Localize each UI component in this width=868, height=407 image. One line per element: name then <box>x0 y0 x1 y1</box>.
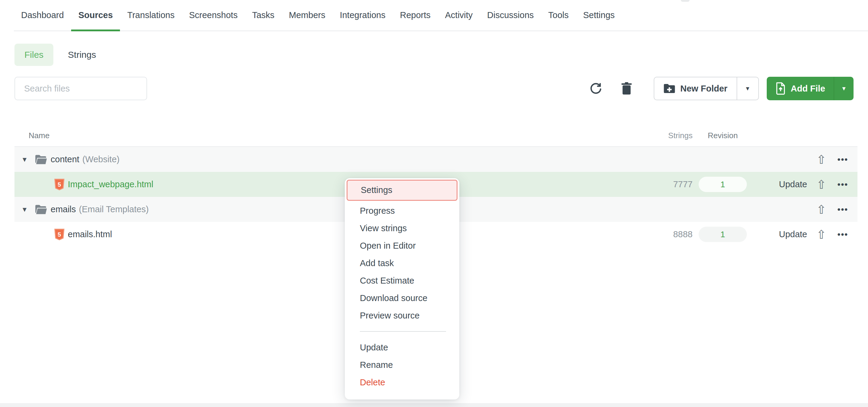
collapse-caret-icon[interactable]: ▾ <box>23 205 35 214</box>
refresh-icon <box>589 82 602 95</box>
svg-text:5: 5 <box>58 181 61 188</box>
menu-item-update[interactable]: Update <box>345 339 459 356</box>
menu-item-view-strings[interactable]: View strings <box>345 219 459 237</box>
column-header-strings: Strings <box>641 131 692 140</box>
nav-tab-activity[interactable]: Activity <box>438 0 480 30</box>
revision-badge: 1 <box>699 177 747 192</box>
file-upload-icon <box>775 82 786 95</box>
menu-item-preview-source[interactable]: Preview source <box>345 307 459 324</box>
collapse-caret-icon[interactable]: ▾ <box>23 155 35 164</box>
files-toolbar: New Folder ▾ Add File <box>14 77 854 100</box>
folder-note: (Website) <box>82 155 120 164</box>
nav-tab-discussions[interactable]: Discussions <box>480 0 541 30</box>
file-name[interactable]: emails.html <box>68 229 112 239</box>
delete-selected-button[interactable] <box>618 79 636 98</box>
menu-item-settings[interactable]: Settings <box>347 180 458 201</box>
add-file-split-button: Add File ▾ <box>767 77 854 100</box>
bottom-edge-strip <box>0 403 868 407</box>
add-file-button[interactable]: Add File <box>767 77 834 100</box>
update-link[interactable]: Update <box>779 229 807 239</box>
refresh-button[interactable] <box>587 79 605 98</box>
sub-tabs: Files Strings <box>14 44 868 66</box>
nav-tab-reports[interactable]: Reports <box>393 0 438 30</box>
add-file-dropdown-button[interactable]: ▾ <box>834 77 854 100</box>
new-folder-dropdown-button[interactable]: ▾ <box>737 77 758 100</box>
more-actions-button[interactable]: ••• <box>838 230 848 239</box>
more-actions-button[interactable]: ••• <box>838 180 848 189</box>
main-nav: Dashboard Sources Translations Screensho… <box>14 0 868 31</box>
more-actions-button[interactable]: ••• <box>838 155 848 164</box>
nav-tab-integrations[interactable]: Integrations <box>333 0 393 30</box>
revision-badge: 1 <box>699 227 747 242</box>
nav-tab-dashboard[interactable]: Dashboard <box>14 0 71 30</box>
nav-tab-tasks[interactable]: Tasks <box>245 0 281 30</box>
sources-files-page: Dashboard Sources Translations Screensho… <box>0 0 868 407</box>
folder-plus-icon <box>663 83 675 94</box>
folder-name[interactable]: content <box>51 155 79 164</box>
table-header: Name Strings Revision <box>14 108 858 147</box>
nav-tab-screenshots[interactable]: Screenshots <box>182 0 245 30</box>
folder-icon <box>35 155 47 165</box>
strings-count: 7777 <box>641 179 692 189</box>
menu-divider <box>360 331 446 332</box>
nav-tab-tools[interactable]: Tools <box>541 0 576 30</box>
folder-note: (Email Templates) <box>79 204 149 214</box>
chevron-down-icon: ▾ <box>842 84 845 93</box>
menu-item-download-source[interactable]: Download source <box>345 289 459 307</box>
menu-item-cost-estimate[interactable]: Cost Estimate <box>345 272 459 289</box>
upload-icon[interactable]: ⇧ <box>816 203 827 216</box>
file-context-menu: Settings Progress View strings Open in E… <box>345 178 459 400</box>
strings-count: 8888 <box>641 229 692 239</box>
table-row-folder-content[interactable]: ▾ content (Website) ⇧ ••• <box>14 147 858 172</box>
nav-tab-members[interactable]: Members <box>282 0 333 30</box>
top-cutoff-element <box>681 0 689 2</box>
menu-item-add-task[interactable]: Add task <box>345 255 459 272</box>
search-input[interactable] <box>14 77 147 100</box>
upload-icon[interactable]: ⇧ <box>816 228 827 241</box>
menu-item-delete[interactable]: Delete <box>345 374 459 391</box>
menu-item-open-in-editor[interactable]: Open in Editor <box>345 237 459 255</box>
menu-item-progress[interactable]: Progress <box>345 202 459 219</box>
upload-icon[interactable]: ⇧ <box>816 178 827 192</box>
folder-icon <box>35 204 47 215</box>
file-name[interactable]: Impact_webpage.html <box>68 179 153 189</box>
toolbar-actions: New Folder ▾ Add File <box>587 77 854 100</box>
nav-tab-settings[interactable]: Settings <box>576 0 622 30</box>
tab-files[interactable]: Files <box>14 44 53 66</box>
trash-icon <box>620 81 633 95</box>
more-actions-button[interactable]: ••• <box>838 205 848 214</box>
tab-strings[interactable]: Strings <box>68 50 96 60</box>
folder-name[interactable]: emails <box>51 204 76 214</box>
html5-file-icon: 5 <box>54 229 64 240</box>
chevron-down-icon: ▾ <box>746 84 749 93</box>
update-link[interactable]: Update <box>779 179 807 189</box>
svg-text:5: 5 <box>58 231 61 238</box>
nav-tab-translations[interactable]: Translations <box>120 0 182 30</box>
upload-icon[interactable]: ⇧ <box>816 152 827 167</box>
menu-item-rename[interactable]: Rename <box>345 356 459 374</box>
nav-tab-sources[interactable]: Sources <box>71 0 120 30</box>
html5-file-icon: 5 <box>54 178 64 191</box>
column-header-name: Name <box>23 131 641 140</box>
new-folder-button[interactable]: New Folder <box>654 77 736 100</box>
new-folder-split-button: New Folder ▾ <box>654 77 758 100</box>
column-header-revision: Revision <box>692 131 753 140</box>
